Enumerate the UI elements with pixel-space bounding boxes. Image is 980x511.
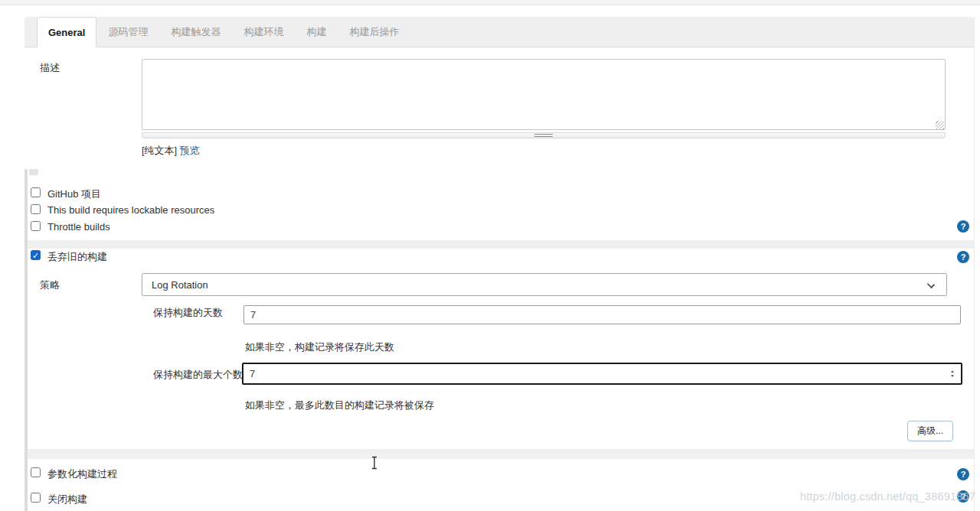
top-header-strip [0,0,980,5]
checkbox-parameterized-build[interactable] [31,467,41,477]
description-caption: [纯文本] 预览 [142,144,200,158]
text-mode-label: [纯文本] [142,145,177,156]
checkbox-discard-old-builds[interactable]: ✓ [31,250,41,260]
tab-label: 构建后操作 [349,25,399,39]
section-indent-strip [24,169,28,511]
help-icon-disable-build[interactable]: ? [957,490,969,503]
content-right-border [974,17,975,511]
max-builds-help-text: 如果非空，最多此数目的构建记录将被保存 [245,399,434,412]
checkbox-throttle-builds[interactable] [31,221,41,231]
strategy-select[interactable]: Log Rotation [142,273,947,296]
tab-post-build-actions[interactable]: 构建后操作 [338,17,410,47]
help-icon-discard-old-builds[interactable]: ? [957,251,969,263]
help-icon-parameterized-build[interactable]: ? [957,468,969,480]
checkbox-github-project[interactable] [31,187,41,197]
tab-general[interactable]: General [37,17,96,47]
strategy-label: 策略 [40,278,60,292]
checkbox-label-throttle-builds: Throttle builds [47,221,110,233]
section-divider [28,449,974,459]
strategy-selected-value: Log Rotation [152,279,208,291]
max-builds-label: 保持构建的最大个数 [153,368,243,382]
max-builds-input-wrapper: ▲ ▼ [242,363,962,385]
tab-label: 构建环境 [243,25,283,39]
tab-build-environment[interactable]: 构建环境 [232,17,295,47]
checkbox-lockable-resources[interactable] [31,204,41,214]
tab-build-triggers[interactable]: 构建触发器 [159,17,232,47]
checkbox-label-lockable-resources: This build requires lockable resources [47,204,214,216]
description-textarea[interactable] [142,59,946,130]
tab-source-code-management[interactable]: 源码管理 [96,17,159,47]
chevron-down-icon [927,281,935,288]
max-builds-input[interactable] [243,368,947,379]
advanced-button[interactable]: 高级... [907,421,953,441]
tab-label: 构建触发器 [171,25,220,39]
tab-label: General [48,27,85,38]
days-to-keep-help-text: 如果非空，构建记录将保存此天数 [245,340,394,354]
description-label: 描述 [40,61,60,75]
days-to-keep-label: 保持构建的天数 [153,306,223,320]
checkbox-label-parameterized-build: 参数化构建过程 [47,467,117,481]
checkbox-label-discard-old-builds: 丢弃旧的构建 [47,250,107,264]
checkbox-disable-build[interactable] [31,493,41,503]
number-spinner[interactable]: ▲ ▼ [947,369,961,379]
preview-link[interactable]: 预览 [180,145,200,156]
spinner-down-icon[interactable]: ▼ [950,375,955,378]
spinner-up-icon[interactable]: ▲ [950,370,955,373]
config-tab-bar: General 源码管理 构建触发器 构建环境 构建 构建后操作 [24,17,974,47]
drag-handle-icon [534,134,553,137]
tab-label: 构建 [306,25,326,39]
tab-label: 源码管理 [108,25,148,39]
help-icon-throttle-builds[interactable]: ? [957,220,969,233]
section-chip [29,169,38,175]
section-divider [28,240,974,249]
csdn-watermark: https://blog.csdn.net/qq_38691867 [800,490,975,503]
days-to-keep-input[interactable] [243,305,961,324]
textarea-drag-handle[interactable] [142,132,946,138]
tab-build[interactable]: 构建 [295,17,338,47]
checkbox-label-github-project: GitHub 项目 [47,187,101,201]
jenkins-job-config-page: General 源码管理 构建触发器 构建环境 构建 构建后操作 描述 [纯文本… [0,0,980,511]
checkbox-label-disable-build: 关闭构建 [47,493,87,506]
